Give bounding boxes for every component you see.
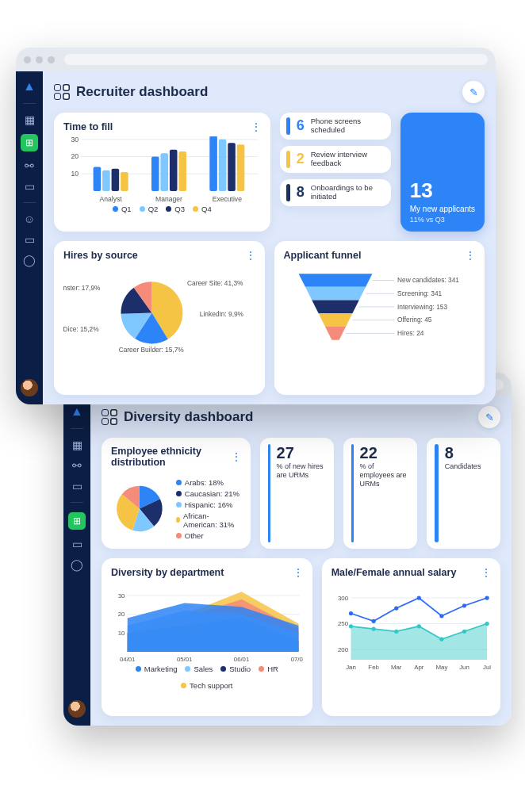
svg-point-73 [416,624,420,628]
header: Recruiter dashboard ✎ [54,81,485,103]
separator [23,202,36,203]
svg-rect-13 [170,150,178,191]
card-menu-button[interactable]: ⋮ [465,249,475,262]
card-menu-button[interactable]: ⋮ [251,121,261,133]
svg-text:04/01: 04/01 [120,656,135,663]
svg-text:Jan: Jan [346,664,356,671]
svg-rect-18 [228,143,236,191]
svg-text:200: 200 [338,646,349,653]
card-title: Male/Female annual salary [331,567,457,578]
svg-text:Mar: Mar [391,664,402,671]
stat-label: Onboardings to be initiated [311,184,385,201]
svg-rect-7 [102,170,110,191]
users-icon[interactable]: ⚯ [25,159,34,172]
stat-row[interactable]: 8Onboardings to be initiated [280,179,391,206]
calendar-icon[interactable]: ▭ [72,538,82,550]
svg-marker-35 [318,313,352,327]
svg-rect-12 [160,153,168,191]
svg-text:30: 30 [118,592,125,599]
briefcase-icon[interactable]: ▭ [72,480,82,492]
browser-chrome [16,48,496,71]
page-title: Recruiter dashboard [76,84,208,100]
chart-legend: MarketingSalesStudioHRTech support [111,665,303,690]
svg-point-76 [485,622,489,626]
grid-icon [54,84,70,100]
chart-legend: Arabs: 18%Caucasian: 21%Hispanic: 16%Afr… [176,478,241,540]
svg-text:Hires: 24: Hires: 24 [397,329,424,337]
edit-button[interactable]: ✎ [462,81,485,103]
traffic-dot[interactable] [36,56,43,63]
accent-bar [351,444,354,542]
stat-number: 8 [445,444,481,462]
svg-text:LinkedIn: 9,9%: LinkedIn: 9,9% [200,310,244,318]
stat-tile-employees-urm[interactable]: 22 % of employees are URMs [343,438,417,549]
edit-button[interactable]: ✎ [478,406,500,428]
svg-text:Screening: 341: Screening: 341 [397,289,442,297]
svg-text:20: 20 [118,611,125,618]
traffic-dot[interactable] [48,56,55,63]
big-stat-label: My new applicants [410,205,475,214]
accent-bar [286,117,290,135]
big-stat-card[interactable]: 13 My new applicants 11% vs Q3 [400,113,485,232]
chart-legend: Q1Q2Q3Q4 [63,205,261,213]
card-menu-button[interactable]: ⋮ [293,566,303,579]
stat-label: Review interview feedback [311,151,385,168]
avatar[interactable] [68,700,86,718]
separator [71,428,83,429]
hires-by-source-chart: Career Site: 41,3%Monster: 17,9%Dice: 15… [63,265,255,361]
svg-text:May: May [435,664,447,671]
card-menu-button[interactable]: ⋮ [231,450,241,463]
svg-text:Career Site: 41,3%: Career Site: 41,3% [187,279,243,287]
svg-point-64 [371,619,375,623]
svg-rect-17 [219,140,227,191]
avatar[interactable] [21,379,38,396]
svg-text:10: 10 [118,630,125,637]
card-title: Employee ethnicity distribution [111,446,231,468]
svg-rect-14 [178,151,186,191]
traffic-dot[interactable] [24,56,31,63]
sidebar-active-icon[interactable]: ⊞ [68,512,86,530]
diversity-window: ▲ ▦ ⚯ ▭ ⊞ ▭ ◯ Diversity dashboard ✎ Empl… [63,373,512,726]
stat-tile-candidates[interactable]: 8 Candidates [427,438,500,549]
svg-text:Apr: Apr [414,664,424,671]
applicant-funnel-card: Applicant funnel ⋮ New candidates: 341Sc… [274,241,485,395]
briefcase-icon[interactable]: ▭ [25,180,35,193]
stat-number: 6 [297,117,305,134]
stat-label: Phone screens scheduled [311,117,385,135]
svg-rect-19 [237,144,245,191]
svg-text:Executive: Executive [213,195,242,203]
folder-icon[interactable]: ▭ [25,233,35,246]
stat-row[interactable]: 6Phone screens scheduled [280,113,391,140]
ethnicity-chart [111,471,168,546]
svg-point-75 [462,630,466,634]
svg-point-65 [394,606,398,610]
accent-bar [286,184,290,201]
url-bar[interactable] [64,54,488,65]
stat-number: 8 [297,184,305,201]
stat-row[interactable]: 2Review interview feedback [280,146,391,173]
accent-bar [286,151,290,168]
sidebar-active-icon[interactable]: ⊞ [21,134,38,151]
stat-label: % of employees are URMs [360,462,409,488]
grid-icon [102,409,117,425]
svg-text:300: 300 [338,595,349,602]
card-title: Time to fill [63,121,113,132]
check-icon[interactable]: ◯ [71,558,83,571]
big-stat-delta: 11% vs Q3 [410,216,475,224]
svg-point-63 [349,611,353,615]
svg-text:Jun: Jun [459,664,469,671]
big-stat-number: 13 [410,178,475,203]
check-icon[interactable]: ◯ [23,254,36,266]
users-icon[interactable]: ⚯ [72,459,82,472]
user-icon[interactable]: ☺ [24,213,35,225]
dashboard-icon[interactable]: ▦ [72,439,82,451]
separator [71,502,83,503]
stat-tile-new-hires-urm[interactable]: 27 % of new hires are URMs [260,438,334,549]
svg-marker-32 [312,301,358,314]
accent-bar [435,444,439,542]
svg-point-72 [394,630,398,634]
svg-point-68 [462,603,466,607]
card-menu-button[interactable]: ⋮ [481,566,491,579]
dashboard-icon[interactable]: ▦ [25,113,35,126]
card-menu-button[interactable]: ⋮ [245,249,255,262]
